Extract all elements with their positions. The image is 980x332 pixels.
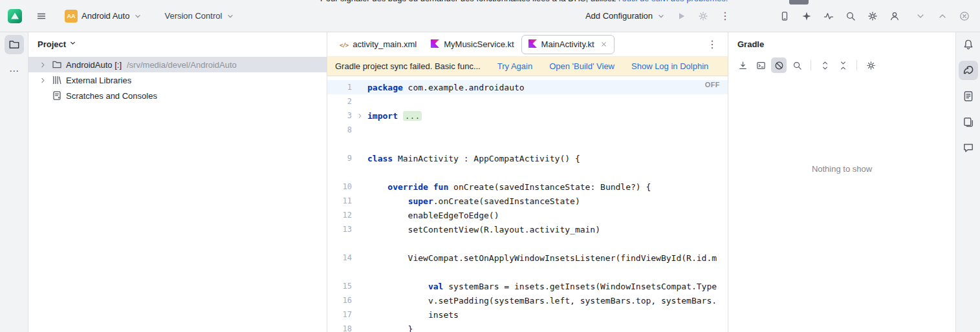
project-panel-title[interactable]: Project xyxy=(38,39,66,49)
code-line[interactable]: 17 insets xyxy=(327,307,728,322)
settings-icon[interactable] xyxy=(864,7,882,25)
tree-item[interactable]: AndroidAuto [:]/srv/media/devel/AndroidA… xyxy=(28,57,327,72)
account-icon[interactable] xyxy=(886,7,904,25)
run-configuration-widget[interactable]: Add Configuration xyxy=(585,11,666,21)
android-studio-logo-icon xyxy=(8,9,22,23)
editor-tab[interactable]: MainActivity.kt xyxy=(521,35,615,54)
line-number: 3 xyxy=(327,111,352,120)
device-explorer-icon[interactable] xyxy=(959,87,978,106)
app-quality-insights-icon[interactable] xyxy=(959,138,978,158)
tab-label: MainActivity.kt xyxy=(541,39,594,49)
toolbar-icons-group xyxy=(776,7,904,25)
chevron-right-icon[interactable] xyxy=(38,61,48,69)
code-line[interactable]: 8 xyxy=(327,123,728,137)
code-line[interactable]: 10 override fun onCreate(savedInstanceSt… xyxy=(327,180,728,194)
project-tool-window-icon[interactable] xyxy=(5,35,24,54)
chevron-down-icon xyxy=(133,12,142,21)
chevron-down-icon xyxy=(657,12,666,21)
editor-tab[interactable]: </>activity_main.xml xyxy=(332,35,424,54)
code-line[interactable]: 16 v.setPadding(systemBars.left, systemB… xyxy=(327,293,728,307)
code-line[interactable]: 1package com.example.androidauto xyxy=(327,80,728,94)
search-everywhere-icon[interactable] xyxy=(842,7,860,25)
toolbar-separator xyxy=(856,60,857,70)
code-text: insets xyxy=(367,310,459,320)
expand-all-icon[interactable] xyxy=(817,57,833,73)
banner-action-link[interactable]: Show Log in Dolphin xyxy=(631,61,708,71)
line-number: 16 xyxy=(327,296,352,305)
running-devices-icon[interactable] xyxy=(959,112,978,132)
code-text: super.onCreate(savedInstanceState) xyxy=(367,196,580,206)
chevron-right-icon[interactable] xyxy=(38,76,48,85)
code-line[interactable]: 11 super.onCreate(savedInstanceState) xyxy=(327,194,728,208)
line-number: 2 xyxy=(327,97,352,106)
banner-action-link[interactable]: Open 'Build' View xyxy=(549,61,615,71)
sync-failed-banner: Gradle project sync failed. Basic func..… xyxy=(327,57,728,76)
profiler-icon[interactable] xyxy=(820,7,838,25)
project-widget[interactable]: AA Android Auto xyxy=(65,10,142,23)
gradle-empty-text: Nothing to show xyxy=(728,164,955,174)
code-line[interactable]: 12 enableEdgeToEdge() xyxy=(327,208,728,222)
code-line[interactable] xyxy=(327,165,728,180)
device-manager-icon[interactable] xyxy=(776,7,794,25)
execute-task-icon[interactable] xyxy=(753,57,768,73)
scratch-icon xyxy=(51,90,63,101)
window-minimize-icon[interactable] xyxy=(911,7,930,25)
code-text: package com.example.androidauto xyxy=(367,83,525,92)
tab-options-kebab-icon[interactable]: ⋮ xyxy=(703,36,721,54)
cutoff-ui-fragment xyxy=(789,0,809,5)
editor-panel: </>activity_main.xmlMyMusicService.ktMai… xyxy=(327,32,728,332)
editor-tab[interactable]: MyMusicService.kt xyxy=(424,35,521,54)
more-actions-icon[interactable]: ⋮ xyxy=(716,7,734,25)
code-line[interactable]: 14 ViewCompat.setOnApplyWindowInsetsList… xyxy=(327,251,728,265)
folder-icon xyxy=(51,59,63,70)
line-number: 1 xyxy=(327,83,352,92)
search-tasks-icon[interactable] xyxy=(789,57,805,73)
main-area: ⋯ Project AndroidAuto [:]/srv/media/deve… xyxy=(0,32,980,332)
notifications-icon[interactable] xyxy=(959,35,978,54)
more-tool-windows-icon[interactable]: ⋯ xyxy=(5,61,24,80)
gradle-tool-window-icon[interactable] xyxy=(959,61,978,80)
tab-label: activity_main.xml xyxy=(353,39,417,49)
gradle-settings-icon[interactable] xyxy=(863,57,878,73)
code-text: ViewCompat.setOnApplyWindowInsetsListene… xyxy=(367,253,717,263)
run-button-icon[interactable] xyxy=(672,7,690,25)
line-number: 12 xyxy=(327,211,352,220)
close-tab-icon[interactable] xyxy=(600,41,607,48)
gradle-panel-title: Gradle xyxy=(728,32,955,56)
code-line[interactable]: 18 } xyxy=(327,322,728,332)
code-text: import ... xyxy=(367,111,422,121)
gear-icon[interactable] xyxy=(694,7,712,25)
ai-assistant-icon[interactable] xyxy=(798,7,816,25)
code-line[interactable] xyxy=(327,236,728,251)
collapse-all-icon[interactable] xyxy=(835,57,851,73)
code-line[interactable] xyxy=(327,265,728,279)
inspection-highlighting-widget[interactable]: OFF xyxy=(705,81,720,88)
code-line[interactable] xyxy=(327,137,728,151)
vcs-widget[interactable]: Version Control xyxy=(164,11,235,21)
notification-link[interactable]: l'outil de suivi des problèmes. xyxy=(618,0,728,3)
editor-tab-bar: </>activity_main.xmlMyMusicService.ktMai… xyxy=(327,32,728,57)
main-toolbar: AA Android Auto Version Control Add Conf… xyxy=(0,0,980,32)
code-line[interactable]: 15 val systemBars = insets.getInsets(Win… xyxy=(327,279,728,293)
window-maximize-icon[interactable] xyxy=(933,7,952,25)
fold-marker-icon[interactable] xyxy=(352,112,367,119)
download-sources-icon[interactable] xyxy=(735,57,750,73)
code-line[interactable]: 2 xyxy=(327,94,728,109)
code-line[interactable]: 13 setContentView(R.layout.activity_main… xyxy=(327,222,728,236)
offline-mode-icon[interactable] xyxy=(771,57,787,73)
code-line[interactable]: 9class MainActivity : AppCompatActivity(… xyxy=(327,151,728,165)
code-line[interactable]: 3import ... xyxy=(327,109,728,123)
window-close-icon[interactable] xyxy=(955,7,974,25)
kotlin-file-icon xyxy=(431,39,439,50)
project-panel-header: Project xyxy=(28,32,327,56)
code-text: enableEdgeToEdge() xyxy=(367,211,499,220)
banner-action-link[interactable]: Try Again xyxy=(497,61,532,71)
main-menu-icon[interactable] xyxy=(32,7,50,25)
run-configuration-label: Add Configuration xyxy=(585,11,653,21)
chevron-down-icon xyxy=(226,12,235,21)
run-actions-group: ⋮ xyxy=(672,7,734,25)
tree-item[interactable]: External Libraries xyxy=(28,72,327,88)
gradle-panel: Gradle Nothing to show xyxy=(728,32,955,332)
code-editor[interactable]: OFF 1package com.example.androidauto23im… xyxy=(327,76,728,332)
tree-item[interactable]: Scratches and Consoles xyxy=(28,88,327,103)
